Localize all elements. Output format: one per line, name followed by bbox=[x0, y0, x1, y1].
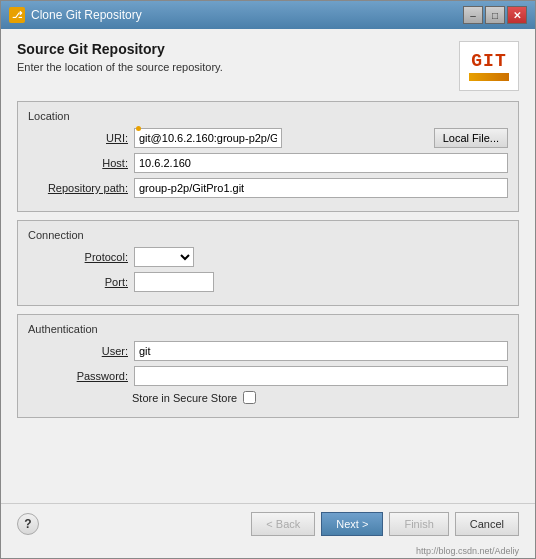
password-row: Password: bbox=[28, 366, 508, 386]
window-title: Clone Git Repository bbox=[31, 8, 142, 22]
git-logo-text: GIT bbox=[471, 51, 506, 71]
cancel-button[interactable]: Cancel bbox=[455, 512, 519, 536]
page-title: Source Git Repository bbox=[17, 41, 459, 57]
repo-path-row: Repository path: bbox=[28, 178, 508, 198]
user-input[interactable] bbox=[134, 341, 508, 361]
location-label: Location bbox=[28, 110, 508, 122]
uri-label: URI: bbox=[28, 132, 128, 144]
uri-input-wrapper bbox=[134, 128, 428, 148]
maximize-button[interactable]: □ bbox=[485, 6, 505, 24]
help-button[interactable]: ? bbox=[17, 513, 39, 535]
host-label: Host: bbox=[28, 157, 128, 169]
protocol-row: Protocol: ssh http https git bbox=[28, 247, 508, 267]
minimize-button[interactable]: – bbox=[463, 6, 483, 24]
page-header-text: Source Git Repository Enter the location… bbox=[17, 41, 459, 73]
port-row: Port: bbox=[28, 272, 508, 292]
password-label: Password: bbox=[28, 370, 128, 382]
page-subtitle: Enter the location of the source reposit… bbox=[17, 61, 459, 73]
bottom-bar: ? < Back Next > Finish Cancel bbox=[1, 503, 535, 544]
connection-section: Connection Protocol: ssh http https git … bbox=[17, 220, 519, 306]
store-checkbox[interactable] bbox=[243, 391, 256, 404]
nav-buttons: < Back Next > Finish Cancel bbox=[251, 512, 519, 536]
finish-button[interactable]: Finish bbox=[389, 512, 448, 536]
host-input[interactable] bbox=[134, 153, 508, 173]
authentication-section: Authentication User: Password: Store in … bbox=[17, 314, 519, 418]
title-bar: ⎇ Clone Git Repository – □ ✕ bbox=[1, 1, 535, 29]
git-logo: GIT bbox=[459, 41, 519, 91]
uri-row: URI: Local File... bbox=[28, 128, 508, 148]
location-section: Location URI: Local File... Host: Reposi… bbox=[17, 101, 519, 212]
window-icon: ⎇ bbox=[9, 7, 25, 23]
store-text: Store in Secure Store bbox=[132, 392, 237, 404]
watermark: http://blog.csdn.net/Adeliy bbox=[1, 544, 535, 558]
close-button[interactable]: ✕ bbox=[507, 6, 527, 24]
user-row: User: bbox=[28, 341, 508, 361]
port-label: Port: bbox=[28, 276, 128, 288]
store-label: Store in Secure Store bbox=[28, 392, 237, 404]
page-header: Source Git Repository Enter the location… bbox=[17, 41, 519, 91]
host-row: Host: bbox=[28, 153, 508, 173]
title-buttons: – □ ✕ bbox=[463, 6, 527, 24]
back-button[interactable]: < Back bbox=[251, 512, 315, 536]
authentication-label: Authentication bbox=[28, 323, 508, 335]
protocol-select[interactable]: ssh http https git bbox=[134, 247, 194, 267]
uri-input[interactable] bbox=[134, 128, 282, 148]
port-input[interactable] bbox=[134, 272, 214, 292]
repo-path-input[interactable] bbox=[134, 178, 508, 198]
dialog-window: ⎇ Clone Git Repository – □ ✕ Source Git … bbox=[0, 0, 536, 559]
next-button[interactable]: Next > bbox=[321, 512, 383, 536]
user-label: User: bbox=[28, 345, 128, 357]
connection-label: Connection bbox=[28, 229, 508, 241]
uri-marker bbox=[136, 126, 141, 131]
protocol-label: Protocol: bbox=[28, 251, 128, 263]
store-row: Store in Secure Store bbox=[28, 391, 508, 404]
password-input[interactable] bbox=[134, 366, 508, 386]
repo-path-label: Repository path: bbox=[28, 182, 128, 194]
title-bar-left: ⎇ Clone Git Repository bbox=[9, 7, 142, 23]
local-file-button[interactable]: Local File... bbox=[434, 128, 508, 148]
dialog-content: Source Git Repository Enter the location… bbox=[1, 29, 535, 503]
git-logo-bar bbox=[469, 73, 509, 81]
